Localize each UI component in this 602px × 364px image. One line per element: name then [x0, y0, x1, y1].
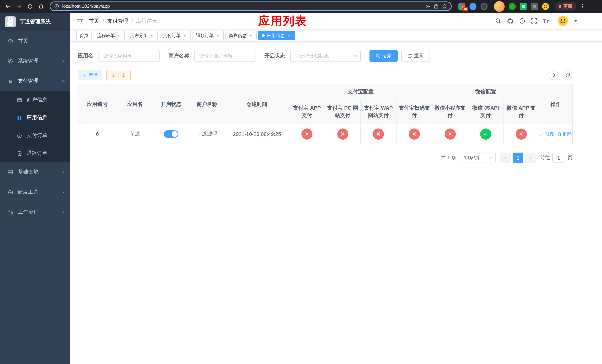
enabled-toggle[interactable] — [164, 130, 178, 138]
close-icon[interactable]: × — [116, 33, 121, 38]
tab-home[interactable]: 首页 — [76, 31, 92, 40]
app-name-input[interactable] — [98, 50, 160, 62]
toggle-search-button[interactable] — [549, 70, 558, 80]
close-icon[interactable]: × — [149, 33, 154, 38]
extension-puzzle-icon[interactable] — [531, 3, 538, 10]
current-page-button[interactable]: 1 — [513, 152, 523, 163]
app-logo[interactable]: 芋道管理系统 — [0, 13, 70, 31]
reset-button[interactable]: 重置 — [401, 50, 430, 62]
chevron-down-icon — [489, 156, 493, 160]
tab-refund-orders[interactable]: 退款订单× — [193, 31, 224, 40]
sidebar-item-system[interactable]: 系统管理 — [0, 51, 70, 71]
plus-icon — [83, 73, 87, 77]
address-bar[interactable]: localhost:1024/pay/app — [50, 1, 452, 11]
search-button[interactable]: 搜索 — [369, 50, 398, 62]
grid-icon — [16, 115, 22, 121]
sidebar-item-devtools[interactable]: 研发工具 — [0, 182, 70, 202]
download-icon — [111, 73, 116, 77]
card-icon — [16, 97, 22, 103]
refresh-icon — [407, 54, 412, 58]
browser-menu-icon[interactable] — [578, 1, 587, 11]
breadcrumb-home[interactable]: 首页 — [89, 18, 99, 24]
prev-page-button[interactable]: ‹ — [500, 152, 511, 163]
status-select[interactable]: 请选择开启状态 — [290, 50, 361, 62]
browser-reload-button[interactable] — [25, 1, 35, 11]
page-content: 应用名 商户名称 开启状态 请选择开启状态 — [70, 42, 602, 364]
workflow-icon — [7, 209, 13, 215]
extension-avatar-icon[interactable]: 1 — [494, 1, 505, 12]
status-wechat-jsapi-icon — [480, 128, 491, 139]
delete-button[interactable]: 删除 — [557, 131, 572, 137]
col-header-alipay-wap: 支付宝 WAP 网站支付 — [360, 99, 396, 124]
navbar: 首页 / 支付管理 / 应用信息 应用列表 ? — [70, 13, 602, 30]
extension-green-check-icon[interactable] — [509, 3, 516, 10]
edit-button[interactable]: 修改 — [540, 131, 554, 137]
browser-update-button[interactable]: 更新 — [555, 2, 576, 11]
browser-home-button[interactable] — [36, 1, 46, 11]
refresh-table-button[interactable] — [563, 70, 572, 80]
goto-unit: 页 — [568, 154, 572, 161]
share-icon[interactable] — [434, 4, 439, 9]
avatar-caret-icon[interactable] — [574, 19, 578, 23]
tab-user-group[interactable]: 用户分组× — [127, 31, 158, 40]
chevron-down-icon — [354, 54, 357, 58]
sidebar-item-payment-orders[interactable]: ¥ 支付订单 — [0, 127, 70, 144]
tab-payment-orders[interactable]: 支付订单× — [160, 31, 191, 40]
sidebar-item-app-info[interactable]: 应用信息 — [0, 109, 70, 127]
sidebar-item-home[interactable]: 首页 — [0, 31, 70, 51]
cell-merchant: 芋道源码 — [189, 124, 225, 144]
sidebar-collapse-icon[interactable] — [76, 18, 83, 24]
sidebar-item-refund-orders[interactable]: 退款订单 — [0, 144, 70, 162]
extension-wechat-devtools-icon[interactable] — [520, 3, 527, 10]
next-page-button[interactable]: › — [525, 152, 536, 163]
app-name-label: 应用名 — [78, 53, 93, 59]
github-icon[interactable] — [507, 18, 514, 24]
col-header-alipay-pc: 支付宝 PC 网站支付 — [325, 99, 360, 124]
breadcrumb-payment[interactable]: 支付管理 — [107, 18, 128, 24]
add-button[interactable]: 新增 — [78, 70, 102, 80]
goto-label: 前往 — [540, 154, 550, 161]
site-info-icon[interactable] — [54, 4, 59, 9]
gear-icon — [7, 58, 13, 64]
sidebar-item-infrastructure[interactable]: 基础设施 — [0, 162, 70, 182]
browser-toolbar: localhost:1024/pay/app 10 1 — [0, 0, 602, 13]
close-icon[interactable]: × — [286, 33, 291, 38]
goto-page-input[interactable] — [552, 153, 565, 162]
toolbox-icon — [7, 189, 13, 195]
merchant-name-input[interactable] — [194, 50, 256, 62]
col-header-created: 创建时间 — [225, 84, 289, 124]
chevron-down-icon — [62, 170, 65, 174]
sidebar-item-workflow[interactable]: 工作流程 — [0, 202, 70, 222]
sidebar-item-merchant-info[interactable]: 商户信息 — [0, 91, 70, 109]
tab-merchant-info[interactable]: 商户信息× — [226, 31, 257, 40]
tab-process-form[interactable]: 流程表单× — [94, 31, 125, 40]
annotation-title: 应用列表 — [258, 13, 307, 29]
bookmark-star-icon[interactable] — [442, 3, 447, 9]
group-header-wechat: 微信配置 — [432, 84, 539, 99]
tags-view: 首页 流程表单× 用户分组× 支付订单× 退款订单× 商户信息× — [70, 30, 602, 42]
search-icon[interactable] — [495, 18, 501, 24]
fullscreen-icon[interactable] — [531, 18, 537, 24]
extension-adblock-icon[interactable]: 10 — [458, 3, 465, 10]
page-size-select[interactable]: 10条/页 — [461, 152, 496, 163]
browser-forward-button[interactable] — [14, 1, 24, 11]
tab-app-info[interactable]: 应用信息× — [258, 31, 295, 40]
text-size-icon[interactable]: TT — [543, 18, 550, 24]
close-icon[interactable]: × — [215, 33, 220, 38]
extension-emoji-icon[interactable] — [542, 3, 549, 10]
sidebar-menu: 首页 系统管理 ¥ 支付管理 — [0, 31, 70, 222]
password-key-icon[interactable] — [425, 3, 430, 9]
close-icon[interactable]: × — [182, 33, 187, 38]
sidebar-item-payment[interactable]: ¥ 支付管理 — [0, 71, 70, 91]
browser-back-button[interactable] — [3, 1, 13, 11]
coin-icon: ¥ — [16, 133, 22, 139]
col-header-wechat-mini: 微信小程序支付 — [432, 99, 468, 124]
col-header-app-name: 应用名 — [117, 84, 153, 124]
close-icon[interactable]: × — [248, 33, 253, 38]
user-avatar[interactable] — [558, 16, 568, 26]
extension-dark-icon[interactable] — [481, 3, 488, 10]
extension-blue-icon[interactable] — [469, 3, 476, 10]
yen-icon: ¥ — [7, 78, 13, 84]
help-icon[interactable]: ? — [519, 18, 525, 24]
export-button[interactable]: 导出 — [106, 70, 131, 80]
